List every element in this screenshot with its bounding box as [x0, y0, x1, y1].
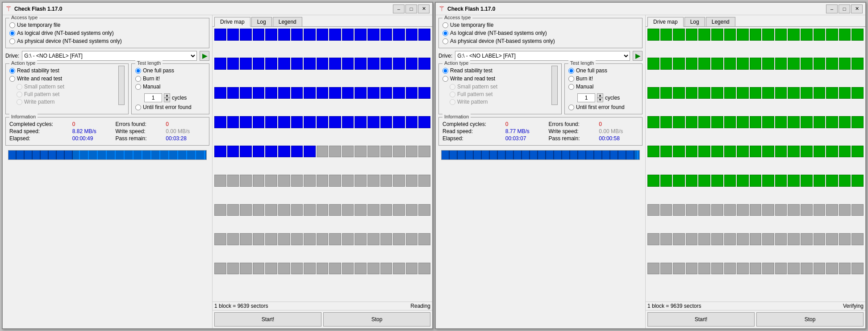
map-cell: [342, 263, 354, 275]
access-option-1-2[interactable]: As logical drive (NT-based systems only): [442, 30, 638, 36]
map-cell: [750, 146, 762, 158]
title-bar-1: ⚚ Check Flash 1.17.0 – □ ✕: [3, 3, 432, 15]
map-cell: [214, 87, 226, 99]
sub-option-0-2: Small pattern set: [450, 84, 550, 90]
map-cell: [826, 116, 838, 128]
map-cell: [317, 263, 329, 275]
map-cell: [826, 175, 838, 187]
map-cell: [355, 233, 367, 245]
test-option-3-1[interactable]: Until first error found: [135, 104, 205, 110]
action-option-1-2[interactable]: Write and read test: [442, 75, 550, 82]
action-option-1-1[interactable]: Write and read test: [9, 75, 117, 82]
spin-up-1[interactable]: ▲: [164, 93, 170, 98]
map-cell: [317, 58, 329, 70]
tab-log-1[interactable]: Log: [251, 17, 272, 26]
cycles-input-2[interactable]: [577, 93, 595, 102]
map-cell: [762, 233, 774, 245]
map-cell: [227, 233, 239, 245]
tab-log-2[interactable]: Log: [684, 17, 705, 26]
map-cell: [660, 263, 672, 275]
map-cell: [355, 29, 367, 41]
access-option-0-2[interactable]: Use temporary file: [442, 22, 638, 28]
drive-select-1[interactable]: G:\ - <NO LABEL> [FAT]: [22, 51, 197, 61]
map-cell: [673, 87, 685, 99]
access-type-label-1: Access type: [9, 15, 39, 20]
stop-button-1[interactable]: Stop: [323, 312, 430, 327]
access-option-2-2[interactable]: As physical device (NT-based systems onl…: [442, 38, 638, 44]
map-cell: [724, 29, 736, 41]
map-cell: [801, 263, 813, 275]
spin-up-2[interactable]: ▲: [597, 93, 603, 98]
access-option-0-1[interactable]: Use temporary file: [9, 22, 205, 28]
minimize-button-2[interactable]: –: [826, 4, 838, 13]
tab-drivemap-2[interactable]: Drive map: [647, 17, 684, 27]
spin-down-2[interactable]: ▼: [597, 98, 603, 102]
map-cell: [711, 58, 723, 70]
map-cell: [814, 87, 826, 99]
progress-fill-1: [8, 151, 206, 159]
access-option-1-1[interactable]: As logical drive (NT-based systems only): [9, 30, 205, 36]
map-cell: [406, 233, 418, 245]
map-cell: [214, 263, 226, 275]
cycles-label-1: cycles: [172, 95, 187, 101]
refresh-button-2[interactable]: ▶: [633, 51, 643, 61]
map-cell: [698, 233, 710, 245]
map-cell: [698, 58, 710, 70]
map-cell: [660, 146, 672, 158]
map-cell: [660, 233, 672, 245]
map-cell: [839, 263, 851, 275]
test-option-2-1[interactable]: Manual: [135, 84, 205, 90]
stop-button-2[interactable]: Stop: [756, 312, 864, 327]
test-option-3-2[interactable]: Until first error found: [568, 104, 638, 110]
map-cell: [698, 204, 710, 216]
action-type-box-2: Action type Read stability test Writ: [438, 63, 562, 114]
maximize-button-2[interactable]: □: [839, 4, 850, 13]
map-cell: [839, 146, 851, 158]
close-button-1[interactable]: ✕: [418, 4, 430, 13]
map-cell: [737, 29, 749, 41]
map-cell: [673, 175, 685, 187]
test-option-1-2[interactable]: Burn it!: [568, 75, 638, 82]
map-cell: [240, 146, 252, 158]
cycles-input-1[interactable]: [144, 93, 162, 102]
action-option-0-2[interactable]: Read stability test: [442, 67, 550, 74]
write-speed-label-2: Write speed:: [549, 128, 596, 134]
tab-legend-1[interactable]: Legend: [273, 17, 302, 26]
start-button-1[interactable]: Start!: [214, 312, 321, 327]
refresh-button-1[interactable]: ▶: [200, 51, 209, 61]
map-cell: [839, 29, 851, 41]
spin-down-1[interactable]: ▼: [164, 98, 170, 102]
info-label-2: Information: [442, 114, 471, 119]
map-cell: [737, 146, 749, 158]
action-option-0-1[interactable]: Read stability test: [9, 67, 117, 74]
map-cell: [711, 146, 723, 158]
app-icon-1: ⚚: [5, 4, 12, 13]
map-cell: [750, 175, 762, 187]
map-cell: [329, 204, 341, 216]
action-scrollbar-1[interactable]: [118, 66, 125, 105]
minimize-button-1[interactable]: –: [393, 4, 405, 13]
test-option-0-2[interactable]: One full pass: [568, 67, 638, 74]
cycles-spinner-2: ▲ ▼: [597, 93, 603, 102]
tab-drivemap-1[interactable]: Drive map: [214, 17, 250, 27]
map-cell: [329, 233, 341, 245]
test-option-0-1[interactable]: One full pass: [135, 67, 205, 74]
access-option-2-1[interactable]: As physical device (NT-based systems onl…: [9, 38, 205, 44]
action-inner-1: Read stability test Write and read test: [9, 66, 125, 105]
maximize-button-1[interactable]: □: [405, 4, 417, 13]
tab-legend-2[interactable]: Legend: [706, 17, 735, 26]
pass-remain-value-1: 00:03:28: [166, 135, 205, 142]
map-cell: [304, 263, 316, 275]
close-button-2[interactable]: ✕: [851, 4, 863, 13]
map-cell: [814, 233, 826, 245]
start-button-2[interactable]: Start!: [647, 312, 755, 327]
map-cell: [393, 29, 405, 41]
map-cell: [367, 58, 380, 70]
test-option-2-2[interactable]: Manual: [568, 84, 638, 90]
action-scrollbar-2[interactable]: [551, 66, 558, 105]
drive-select-2[interactable]: G:\ - <NO LABEL> [FAT]: [455, 51, 630, 61]
map-cell: [647, 58, 659, 70]
tab-bar-2: Drive map Log Legend: [646, 15, 865, 27]
map-cell: [342, 87, 354, 99]
test-option-1-1[interactable]: Burn it!: [135, 75, 205, 82]
